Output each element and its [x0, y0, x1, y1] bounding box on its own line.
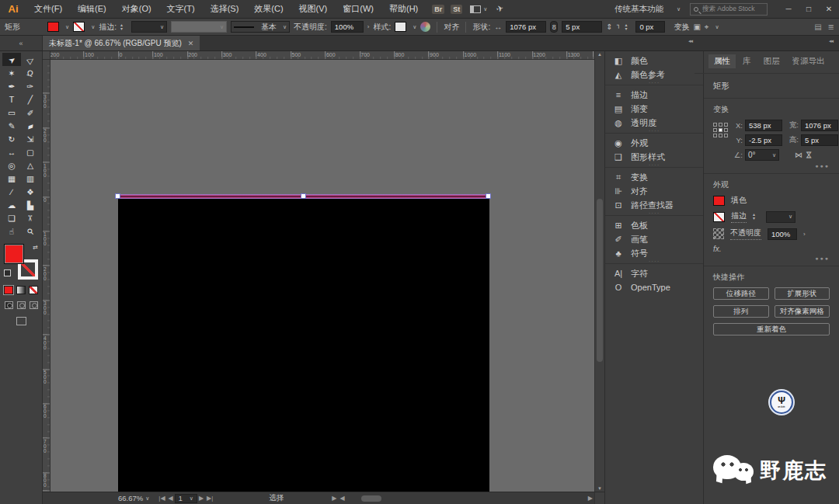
scroll-left-icon[interactable]: ◀	[339, 495, 344, 502]
angle-select[interactable]: 0°∨	[745, 149, 779, 161]
y-field[interactable]: -2.5 px	[745, 134, 782, 146]
opacity-field[interactable]: 100%	[331, 21, 364, 33]
menu-type[interactable]: 文字(T)	[159, 0, 203, 18]
quick-action-button[interactable]: 扩展形状	[775, 287, 830, 300]
status-expand-icon[interactable]: ▶	[332, 495, 336, 502]
flip-horizontal-icon[interactable]: ⋈	[795, 151, 802, 159]
dock-list-icon[interactable]: ≣	[828, 23, 834, 31]
stock-badge-icon[interactable]: St	[451, 5, 462, 14]
align-panel-item[interactable]: ⊪对齐	[605, 184, 703, 198]
dock-collapse-icon[interactable]: ◂◂	[829, 38, 833, 44]
arrange-documents-icon[interactable]	[470, 5, 481, 13]
menu-help[interactable]: 帮助(H)	[381, 0, 426, 18]
next-artboard-icon[interactable]: ▶	[199, 495, 204, 502]
eraser-tool[interactable]: ▰	[21, 119, 40, 132]
zoom-dropdown-icon[interactable]: ∨	[145, 495, 149, 502]
scroll-right-icon[interactable]: ▶	[588, 495, 593, 502]
close-tab-icon[interactable]: ✕	[188, 40, 194, 47]
recolor-artwork-icon[interactable]	[420, 22, 430, 32]
fill-label[interactable]: 填色	[731, 195, 747, 206]
isolate-icon[interactable]: ▣	[693, 23, 700, 31]
appearance-panel-item[interactable]: ◉外观	[605, 136, 703, 150]
opacity-options-icon[interactable]: ›	[803, 231, 806, 238]
direct-selection-tool[interactable]: ▷	[21, 53, 40, 66]
corner-radius-stepper[interactable]: ▴▾	[625, 21, 632, 33]
opacity-field[interactable]: 100%	[768, 228, 797, 240]
menu-edit[interactable]: 编辑(E)	[70, 0, 114, 18]
select-similar-icon[interactable]: ⌖	[705, 23, 709, 32]
stroke-weight-stepper[interactable]: ▴▾	[753, 211, 760, 223]
maximize-button[interactable]: □	[799, 0, 819, 18]
color-panel-item[interactable]: ◧颜色	[605, 54, 703, 68]
magic-wand-tool[interactable]: ✶	[2, 66, 21, 79]
scroll-up-icon[interactable]: ▲	[595, 52, 604, 57]
shape-builder-tool[interactable]: ◎	[2, 158, 21, 172]
draw-normal-button[interactable]	[5, 301, 13, 309]
selection-handle-left[interactable]	[115, 193, 120, 199]
draw-behind-button[interactable]	[17, 301, 26, 309]
vertical-scrollbar[interactable]: ▲ ▼	[594, 51, 604, 492]
tab-资源导出[interactable]: 资源导出	[787, 54, 830, 68]
selection-tool[interactable]: ➤	[2, 53, 21, 66]
menu-window[interactable]: 窗口(W)	[335, 0, 381, 18]
close-button[interactable]: ✕	[819, 0, 839, 18]
brushes-panel-item[interactable]: ✐画笔	[605, 232, 703, 246]
gradient-panel-item[interactable]: ▤渐变	[605, 102, 703, 116]
blend-tool[interactable]: ❖	[21, 185, 40, 198]
line-segment-tool[interactable]: ╱	[21, 92, 40, 106]
fill-swatch[interactable]	[713, 196, 725, 206]
style-swatch[interactable]	[395, 22, 406, 32]
fill-color-proxy[interactable]	[4, 244, 24, 264]
height-field[interactable]: 5 px	[801, 134, 838, 146]
swatches-panel-item[interactable]: ⊞色板	[605, 218, 703, 232]
reference-point-selector[interactable]	[713, 123, 728, 137]
mesh-tool[interactable]: ▦	[2, 172, 21, 185]
document-tab[interactable]: 未标题-1* @ 66.67% (RGB/GPU 预览) ✕	[43, 36, 200, 50]
stroke-weight-stepper[interactable]: ▴▾	[120, 21, 127, 33]
pen-tool[interactable]: ✒	[2, 79, 21, 92]
canvas[interactable]: 2001000100200300400500600700800900100011…	[43, 51, 594, 492]
symbol-sprayer-tool[interactable]: ☁	[2, 198, 21, 211]
toolbar-collapse-button[interactable]: «	[0, 36, 43, 50]
scroll-down-icon[interactable]: ▼	[595, 486, 604, 491]
minimize-button[interactable]: ─	[778, 0, 799, 18]
color-button[interactable]	[4, 286, 13, 294]
width-tool[interactable]: ↔	[2, 145, 21, 158]
chevron-down-icon[interactable]: ∨	[715, 24, 719, 30]
tab-属性[interactable]: 属性	[708, 54, 736, 68]
vertical-scroll-thumb[interactable]	[597, 199, 603, 362]
artboard-tool[interactable]: ❏	[2, 211, 21, 224]
brush-definition-select[interactable]: 基本∨	[231, 21, 290, 33]
menu-select[interactable]: 选择(S)	[203, 0, 247, 18]
menu-file[interactable]: 文件(F)	[26, 0, 70, 18]
change-screen-mode-button[interactable]	[16, 317, 26, 325]
slice-tool[interactable]: ✂	[21, 211, 40, 224]
first-artboard-icon[interactable]: |◀	[158, 495, 165, 502]
stroke-label[interactable]: 描边	[731, 210, 747, 223]
tab-库[interactable]: 库	[737, 54, 757, 68]
flip-vertical-icon[interactable]: ⋈	[805, 151, 813, 159]
quick-action-button[interactable]: 对齐像素网格	[775, 305, 830, 318]
last-artboard-icon[interactable]: ▶|	[207, 495, 213, 502]
quick-action-button[interactable]: 重新着色	[713, 323, 830, 335]
zoom-tool[interactable]: ⚲	[21, 224, 40, 238]
opacity-label[interactable]: 不透明度	[730, 228, 761, 240]
menu-effect[interactable]: 效果(C)	[246, 0, 291, 18]
chevron-down-icon[interactable]: ∨	[65, 24, 69, 30]
link-dimensions-icon[interactable]: 8	[550, 21, 558, 33]
width-profile-select[interactable]: ∨	[171, 21, 227, 33]
menu-object[interactable]: 对象(O)	[114, 0, 159, 18]
align-menu-label[interactable]: 对齐	[444, 22, 459, 33]
transform-panel-item[interactable]: ⌗变换	[605, 170, 703, 184]
shaper-tool[interactable]: ✎	[2, 119, 21, 132]
free-transform-tool[interactable]: ▢	[21, 145, 40, 158]
eyedropper-tool[interactable]: ∕	[2, 185, 21, 198]
more-options-icon[interactable]: ●●●	[713, 163, 830, 169]
draw-inside-button[interactable]	[30, 301, 38, 309]
fx-button[interactable]: fx.	[713, 245, 830, 253]
dock-grid-icon[interactable]: ▤	[814, 23, 821, 31]
none-button[interactable]	[29, 286, 38, 294]
ruler-origin-corner[interactable]	[43, 51, 50, 60]
chevron-down-icon[interactable]: ∨	[677, 6, 681, 12]
shape-width-field[interactable]: 1076 px	[506, 21, 546, 33]
